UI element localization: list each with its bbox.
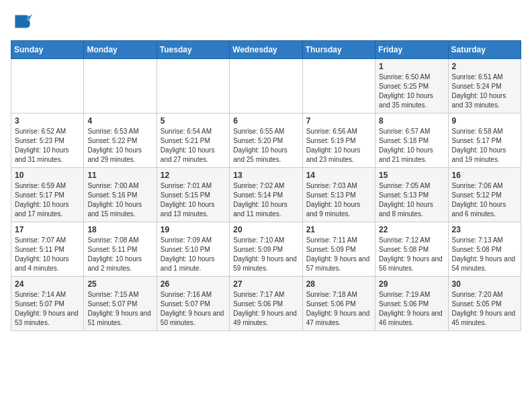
logo-icon <box>11 11 32 32</box>
day-number: 11 <box>87 171 152 180</box>
day-number: 25 <box>87 279 152 289</box>
calendar-week-3: 10Sunrise: 6:59 AM Sunset: 5:17 PM Dayli… <box>11 168 521 222</box>
calendar-table: SundayMondayTuesdayWednesdayThursdayFrid… <box>11 40 521 331</box>
calendar-cell: 7Sunrise: 6:56 AM Sunset: 5:19 PM Daylig… <box>302 113 375 168</box>
column-header-tuesday: Tuesday <box>157 41 229 59</box>
day-number: 27 <box>233 279 298 289</box>
calendar-cell: 30Sunrise: 7:20 AM Sunset: 5:05 PM Dayli… <box>448 277 521 331</box>
day-info: Sunrise: 6:59 AM Sunset: 5:17 PM Dayligh… <box>15 181 80 219</box>
calendar-cell: 21Sunrise: 7:11 AM Sunset: 5:09 PM Dayli… <box>302 222 375 277</box>
calendar-cell: 13Sunrise: 7:02 AM Sunset: 5:14 PM Dayli… <box>230 168 302 222</box>
day-number: 10 <box>15 171 80 180</box>
calendar-week-2: 3Sunrise: 6:52 AM Sunset: 5:23 PM Daylig… <box>11 113 521 168</box>
calendar-cell: 24Sunrise: 7:14 AM Sunset: 5:07 PM Dayli… <box>11 277 84 331</box>
day-info: Sunrise: 6:53 AM Sunset: 5:22 PM Dayligh… <box>87 127 152 165</box>
calendar-cell: 1Sunrise: 6:50 AM Sunset: 5:25 PM Daylig… <box>375 59 448 113</box>
day-info: Sunrise: 7:02 AM Sunset: 5:14 PM Dayligh… <box>233 181 298 219</box>
day-number: 7 <box>306 116 371 126</box>
day-number: 5 <box>161 116 226 126</box>
day-number: 19 <box>161 225 226 234</box>
day-info: Sunrise: 7:12 AM Sunset: 5:08 PM Dayligh… <box>379 236 444 273</box>
calendar-cell: 16Sunrise: 7:06 AM Sunset: 5:12 PM Dayli… <box>448 168 521 222</box>
calendar-week-5: 24Sunrise: 7:14 AM Sunset: 5:07 PM Dayli… <box>11 277 521 331</box>
day-info: Sunrise: 7:06 AM Sunset: 5:12 PM Dayligh… <box>452 181 517 219</box>
day-number: 21 <box>306 225 371 234</box>
day-info: Sunrise: 7:20 AM Sunset: 5:05 PM Dayligh… <box>452 290 517 328</box>
day-info: Sunrise: 6:55 AM Sunset: 5:20 PM Dayligh… <box>233 127 298 165</box>
calendar-cell: 19Sunrise: 7:09 AM Sunset: 5:10 PM Dayli… <box>157 222 229 277</box>
day-info: Sunrise: 7:05 AM Sunset: 5:13 PM Dayligh… <box>379 181 444 219</box>
day-number: 16 <box>452 171 517 180</box>
column-header-wednesday: Wednesday <box>230 41 302 59</box>
calendar-cell: 5Sunrise: 6:54 AM Sunset: 5:21 PM Daylig… <box>157 113 229 168</box>
calendar-cell: 4Sunrise: 6:53 AM Sunset: 5:22 PM Daylig… <box>84 113 157 168</box>
page-header <box>11 11 521 32</box>
day-info: Sunrise: 7:18 AM Sunset: 5:06 PM Dayligh… <box>306 290 371 328</box>
day-number: 28 <box>306 279 371 289</box>
day-number: 12 <box>161 171 226 180</box>
day-info: Sunrise: 7:10 AM Sunset: 5:09 PM Dayligh… <box>233 236 298 273</box>
column-header-sunday: Sunday <box>11 41 84 59</box>
day-number: 22 <box>379 225 444 234</box>
day-info: Sunrise: 7:13 AM Sunset: 5:08 PM Dayligh… <box>452 236 517 273</box>
calendar-cell: 10Sunrise: 6:59 AM Sunset: 5:17 PM Dayli… <box>11 168 84 222</box>
day-info: Sunrise: 7:15 AM Sunset: 5:07 PM Dayligh… <box>87 290 152 328</box>
day-info: Sunrise: 7:09 AM Sunset: 5:10 PM Dayligh… <box>161 236 226 273</box>
day-info: Sunrise: 7:14 AM Sunset: 5:07 PM Dayligh… <box>15 290 80 328</box>
day-info: Sunrise: 6:56 AM Sunset: 5:19 PM Dayligh… <box>306 127 371 165</box>
calendar-cell: 9Sunrise: 6:58 AM Sunset: 5:17 PM Daylig… <box>448 113 521 168</box>
column-header-saturday: Saturday <box>448 41 521 59</box>
day-number: 30 <box>452 279 517 289</box>
calendar-cell: 26Sunrise: 7:16 AM Sunset: 5:07 PM Dayli… <box>157 277 229 331</box>
day-info: Sunrise: 6:57 AM Sunset: 5:18 PM Dayligh… <box>379 127 444 165</box>
calendar-cell: 14Sunrise: 7:03 AM Sunset: 5:13 PM Dayli… <box>302 168 375 222</box>
column-header-friday: Friday <box>375 41 448 59</box>
day-info: Sunrise: 7:11 AM Sunset: 5:09 PM Dayligh… <box>306 236 371 273</box>
day-number: 15 <box>379 171 444 180</box>
calendar-cell: 8Sunrise: 6:57 AM Sunset: 5:18 PM Daylig… <box>375 113 448 168</box>
calendar-cell: 25Sunrise: 7:15 AM Sunset: 5:07 PM Dayli… <box>84 277 157 331</box>
calendar-cell: 22Sunrise: 7:12 AM Sunset: 5:08 PM Dayli… <box>375 222 448 277</box>
day-number: 18 <box>87 225 152 234</box>
day-number: 3 <box>15 116 80 126</box>
day-info: Sunrise: 7:19 AM Sunset: 5:06 PM Dayligh… <box>379 290 444 328</box>
calendar-cell: 20Sunrise: 7:10 AM Sunset: 5:09 PM Dayli… <box>230 222 302 277</box>
day-info: Sunrise: 7:17 AM Sunset: 5:06 PM Dayligh… <box>233 290 298 328</box>
calendar-cell: 17Sunrise: 7:07 AM Sunset: 5:11 PM Dayli… <box>11 222 84 277</box>
day-info: Sunrise: 6:52 AM Sunset: 5:23 PM Dayligh… <box>15 127 80 165</box>
day-number: 8 <box>379 116 444 126</box>
day-number: 24 <box>15 279 80 289</box>
day-number: 13 <box>233 171 298 180</box>
day-info: Sunrise: 7:08 AM Sunset: 5:11 PM Dayligh… <box>87 236 152 273</box>
day-number: 1 <box>379 62 444 71</box>
day-info: Sunrise: 7:00 AM Sunset: 5:16 PM Dayligh… <box>87 181 152 219</box>
calendar-cell: 6Sunrise: 6:55 AM Sunset: 5:20 PM Daylig… <box>230 113 302 168</box>
day-number: 9 <box>452 116 517 126</box>
calendar-cell: 18Sunrise: 7:08 AM Sunset: 5:11 PM Dayli… <box>84 222 157 277</box>
day-info: Sunrise: 6:50 AM Sunset: 5:25 PM Dayligh… <box>379 73 444 110</box>
day-info: Sunrise: 6:54 AM Sunset: 5:21 PM Dayligh… <box>161 127 226 165</box>
calendar-cell: 23Sunrise: 7:13 AM Sunset: 5:08 PM Dayli… <box>448 222 521 277</box>
day-number: 20 <box>233 225 298 234</box>
day-number: 23 <box>452 225 517 234</box>
day-number: 4 <box>87 116 152 126</box>
day-info: Sunrise: 7:07 AM Sunset: 5:11 PM Dayligh… <box>15 236 80 273</box>
calendar-cell: 29Sunrise: 7:19 AM Sunset: 5:06 PM Dayli… <box>375 277 448 331</box>
day-info: Sunrise: 7:03 AM Sunset: 5:13 PM Dayligh… <box>306 181 371 219</box>
calendar-cell <box>84 59 157 113</box>
day-number: 6 <box>233 116 298 126</box>
calendar-cell: 15Sunrise: 7:05 AM Sunset: 5:13 PM Dayli… <box>375 168 448 222</box>
calendar-cell: 12Sunrise: 7:01 AM Sunset: 5:15 PM Dayli… <box>157 168 229 222</box>
calendar-week-1: 1Sunrise: 6:50 AM Sunset: 5:25 PM Daylig… <box>11 59 521 113</box>
day-info: Sunrise: 7:01 AM Sunset: 5:15 PM Dayligh… <box>161 181 226 219</box>
day-number: 17 <box>15 225 80 234</box>
day-info: Sunrise: 6:51 AM Sunset: 5:24 PM Dayligh… <box>452 73 517 110</box>
calendar-cell: 2Sunrise: 6:51 AM Sunset: 5:24 PM Daylig… <box>448 59 521 113</box>
day-number: 29 <box>379 279 444 289</box>
calendar-cell: 11Sunrise: 7:00 AM Sunset: 5:16 PM Dayli… <box>84 168 157 222</box>
calendar-cell: 28Sunrise: 7:18 AM Sunset: 5:06 PM Dayli… <box>302 277 375 331</box>
day-number: 26 <box>161 279 226 289</box>
calendar-cell <box>11 59 84 113</box>
calendar-cell: 3Sunrise: 6:52 AM Sunset: 5:23 PM Daylig… <box>11 113 84 168</box>
calendar-cell <box>157 59 229 113</box>
